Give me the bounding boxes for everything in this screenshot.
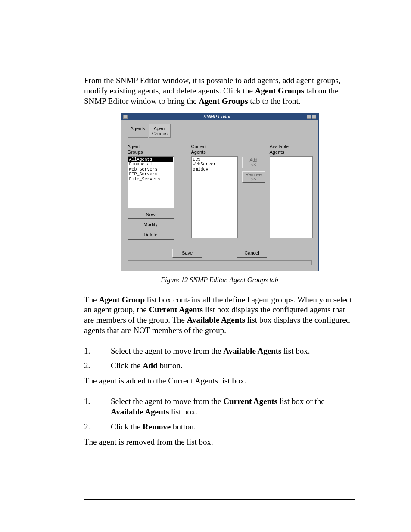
cancel-button[interactable]: Cancel xyxy=(237,249,267,258)
bold-text: Agent Groups xyxy=(255,86,304,95)
add-button[interactable]: Add << xyxy=(242,157,265,168)
text: list box. xyxy=(281,346,310,355)
window-menu-icon[interactable] xyxy=(123,115,128,119)
window-title: SNMP Editor xyxy=(128,114,307,120)
list-item[interactable]: AllAgents xyxy=(128,157,173,162)
tab-label-line2: Groups xyxy=(152,131,168,136)
save-button[interactable]: Save xyxy=(172,249,202,258)
text: Groups xyxy=(128,149,143,155)
text: Available xyxy=(270,144,289,149)
agent-groups-label: Agent Groups xyxy=(128,144,174,154)
list-item[interactable]: Web_Servers xyxy=(128,167,173,172)
bold-text: Current Agents xyxy=(149,305,203,314)
remove-button[interactable]: Remove >> xyxy=(242,171,265,183)
bold-text: Available Agents xyxy=(111,407,169,416)
tab-label-line1: Agent xyxy=(153,126,166,131)
btn-arrows: << xyxy=(251,162,256,167)
text: tab to the front. xyxy=(248,96,301,106)
list-item[interactable]: gmidev xyxy=(192,167,237,172)
text: Select the agent to move from the xyxy=(111,397,223,406)
text: Agent xyxy=(128,144,140,149)
step-text: Click the Add button. xyxy=(111,361,355,371)
text: Current xyxy=(191,144,207,149)
text: Click the xyxy=(111,361,143,370)
bold-text: Add xyxy=(143,361,158,370)
bold-text: Agent Groups xyxy=(199,96,248,106)
list-item[interactable]: Financial xyxy=(128,162,173,167)
agent-groups-listbox[interactable]: AllAgents Financial Web_Servers FTP_Serv… xyxy=(128,156,174,208)
tab-strip: Agents Agent Groups xyxy=(128,124,312,138)
current-agents-column: Current Agents ECS WebServer gmidev xyxy=(191,144,238,238)
add-result-paragraph: The agent is added to the Current Agents… xyxy=(84,376,355,386)
text: button. xyxy=(171,422,196,431)
transfer-buttons-column: Add << Remove >> xyxy=(242,156,265,183)
text: Agents xyxy=(270,149,284,155)
dialog-buttons: Save Cancel xyxy=(128,249,312,258)
figure-caption: Figure 12 SNMP Editor, Agent Groups tab xyxy=(84,276,355,284)
text: list box. xyxy=(169,407,197,416)
bold-text: Agent Group xyxy=(99,295,145,304)
btn-arrows: >> xyxy=(251,177,256,182)
step-number: 2. xyxy=(84,361,111,371)
snmp-editor-figure: SNMP Editor Agents Agent Groups xyxy=(121,113,319,271)
available-agents-label: Available Agents xyxy=(270,144,313,154)
step-item: 1. Select the agent to move from the Cur… xyxy=(84,396,355,417)
text: button. xyxy=(158,361,183,370)
snmp-editor-window: SNMP Editor Agents Agent Groups xyxy=(121,113,319,271)
step-number: 2. xyxy=(84,422,111,432)
text: The xyxy=(84,295,99,304)
remove-result-paragraph: The agent is removed from the list box. xyxy=(84,437,355,447)
bold-text: Available Agents xyxy=(187,315,245,324)
add-agent-steps: 1. Select the agent to move from the Ava… xyxy=(84,346,355,371)
current-agents-listbox[interactable]: ECS WebServer gmidev xyxy=(191,156,238,238)
current-agents-label: Current Agents xyxy=(191,144,238,154)
description-paragraph: The Agent Group list box contains all th… xyxy=(84,295,355,336)
tab-agent-groups[interactable]: Agent Groups xyxy=(149,124,171,138)
text: Agents xyxy=(191,149,206,155)
step-text: Select the agent to move from the Availa… xyxy=(111,346,355,357)
list-item[interactable]: ECS xyxy=(192,157,237,162)
status-bar xyxy=(128,260,312,265)
step-item: 1. Select the agent to move from the Ava… xyxy=(84,346,355,357)
btn-label: Add xyxy=(250,158,258,162)
minimize-icon[interactable] xyxy=(307,115,311,119)
btn-label: Remove xyxy=(246,172,262,177)
bold-text: Current Agents xyxy=(223,397,277,406)
maximize-icon[interactable] xyxy=(312,115,316,119)
modify-button[interactable]: Modify xyxy=(128,221,174,229)
text: Click the xyxy=(111,422,143,431)
text: list box or the xyxy=(277,397,325,406)
step-item: 2. Click the Remove button. xyxy=(84,422,355,432)
list-item[interactable]: WebServer xyxy=(192,162,237,167)
bold-text: Available Agents xyxy=(223,346,281,355)
delete-button[interactable]: Delete xyxy=(128,231,174,240)
list-item[interactable]: FTP_Servers xyxy=(128,172,173,177)
step-text: Click the Remove button. xyxy=(111,422,355,432)
step-number: 1. xyxy=(84,346,111,357)
window-titlebar: SNMP Editor xyxy=(121,114,318,120)
available-agents-listbox[interactable] xyxy=(270,156,313,238)
intro-paragraph: From the SNMP Editor window, it is possi… xyxy=(84,75,355,106)
step-number: 1. xyxy=(84,396,111,417)
bold-text: Remove xyxy=(143,422,171,431)
tab-agents[interactable]: Agents xyxy=(128,124,148,138)
agent-groups-column: Agent Groups AllAgents Financial Web_Ser… xyxy=(128,144,174,239)
new-button[interactable]: New xyxy=(128,211,174,219)
header-rule xyxy=(84,27,355,27)
remove-agent-steps: 1. Select the agent to move from the Cur… xyxy=(84,396,355,432)
available-agents-column: Available Agents xyxy=(270,144,313,238)
footer-rule xyxy=(84,499,355,500)
step-item: 2. Click the Add button. xyxy=(84,361,355,371)
step-text: Select the agent to move from the Curren… xyxy=(111,396,355,417)
list-item[interactable]: File_Servers xyxy=(128,177,173,182)
text: Select the agent to move from the xyxy=(111,346,223,355)
